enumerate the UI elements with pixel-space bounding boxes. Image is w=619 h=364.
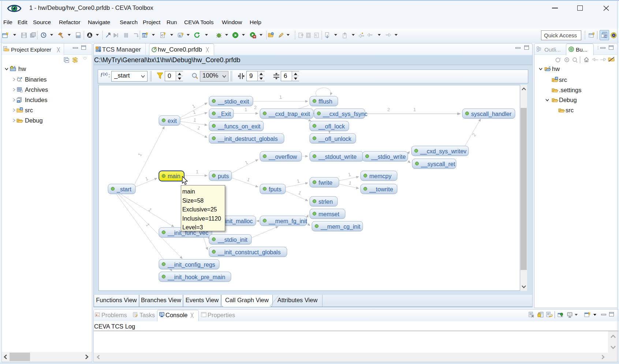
svg-text:__stdio_exit: __stdio_exit: [217, 98, 249, 105]
svg-text:1: 1: [192, 109, 196, 115]
svg-text:2: 2: [254, 105, 257, 110]
svg-text:__cxd_trap_exit: __cxd_trap_exit: [268, 111, 310, 117]
svg-text:_start: _start: [116, 186, 132, 193]
svg-text:__syscall_ret: __syscall_ret: [421, 161, 455, 168]
svg-text:1: 1: [413, 107, 416, 112]
svg-text:c: c: [179, 34, 181, 37]
svg-text:main: main: [168, 173, 180, 179]
svg-text:fflush: fflush: [318, 98, 332, 105]
svg-text:__funcs_on_exit: __funcs_on_exit: [217, 123, 261, 130]
svg-text:1: 1: [147, 207, 153, 213]
svg-text:C: C: [14, 66, 16, 68]
svg-text:2: 2: [471, 132, 477, 138]
svg-text:__ofl_unlock: __ofl_unlock: [318, 136, 352, 142]
svg-text:1: 1: [196, 169, 198, 175]
svg-text:1: 1: [197, 125, 201, 131]
svg-text:1: 1: [145, 222, 151, 228]
svg-text:__mem_cg_init: __mem_cg_init: [320, 224, 361, 230]
svg-text:C: C: [549, 66, 551, 69]
svg-text:memcpy: memcpy: [369, 173, 391, 179]
svg-text:2: 2: [387, 107, 390, 112]
svg-text:1: 1: [297, 178, 300, 184]
svg-text:__ofl_lock: __ofl_lock: [318, 123, 345, 130]
svg-text:__init_construct_globals: __init_construct_globals: [217, 249, 281, 256]
svg-text:__mem_fg_init: __mem_fg_init: [268, 218, 307, 225]
svg-text:fputs: fputs: [269, 186, 281, 192]
svg-text:1: 1: [244, 160, 249, 166]
svg-text:__init_config_regs: __init_config_regs: [167, 262, 215, 268]
svg-text:10: 10: [17, 76, 19, 79]
svg-text:1: 1: [245, 107, 247, 112]
svg-text:h: h: [18, 100, 19, 102]
svg-text:C: C: [161, 34, 164, 37]
svg-text:puts: puts: [218, 173, 229, 179]
svg-text:__stdout_write: __stdout_write: [318, 154, 357, 160]
svg-text:__stdio_init: __stdio_init: [217, 237, 248, 243]
svg-text:__cxd_sys_writev: __cxd_sys_writev: [420, 148, 466, 155]
svg-text:C: C: [605, 35, 607, 38]
svg-text:__cxd_sys_fsync: __cxd_sys_fsync: [322, 111, 368, 117]
svg-text:1: 1: [193, 117, 197, 123]
svg-text:__overflow: __overflow: [268, 154, 297, 160]
svg-text:memset: memset: [318, 211, 339, 217]
svg-text:1: 1: [145, 176, 149, 182]
svg-text:__init_destruct_globals: __init_destruct_globals: [217, 136, 278, 142]
svg-text:_Exit: _Exit: [217, 111, 231, 117]
svg-text:__init_hook_pre_main: __init_hook_pre_main: [167, 274, 225, 281]
svg-text:¶: ¶: [315, 34, 317, 37]
svg-text:1: 1: [348, 180, 352, 186]
svg-text:C: C: [143, 34, 145, 38]
svg-text:010: 010: [77, 35, 80, 38]
svg-text:strlen: strlen: [318, 199, 333, 205]
svg-text:__stdio_write: __stdio_write: [371, 154, 406, 160]
svg-text:exit: exit: [168, 118, 177, 124]
svg-text:1: 1: [191, 103, 196, 109]
svg-text:1: 1: [279, 94, 282, 100]
svg-text:1: 1: [246, 177, 251, 183]
svg-text:__towrite: __towrite: [369, 186, 393, 193]
svg-text:1: 1: [348, 172, 351, 177]
svg-text:1: 1: [137, 152, 143, 157]
svg-text:syscall_handler: syscall_handler: [471, 111, 512, 117]
svg-text:1: 1: [298, 190, 302, 196]
svg-text:01: 01: [19, 80, 22, 82]
svg-text:fwrite: fwrite: [318, 180, 332, 186]
